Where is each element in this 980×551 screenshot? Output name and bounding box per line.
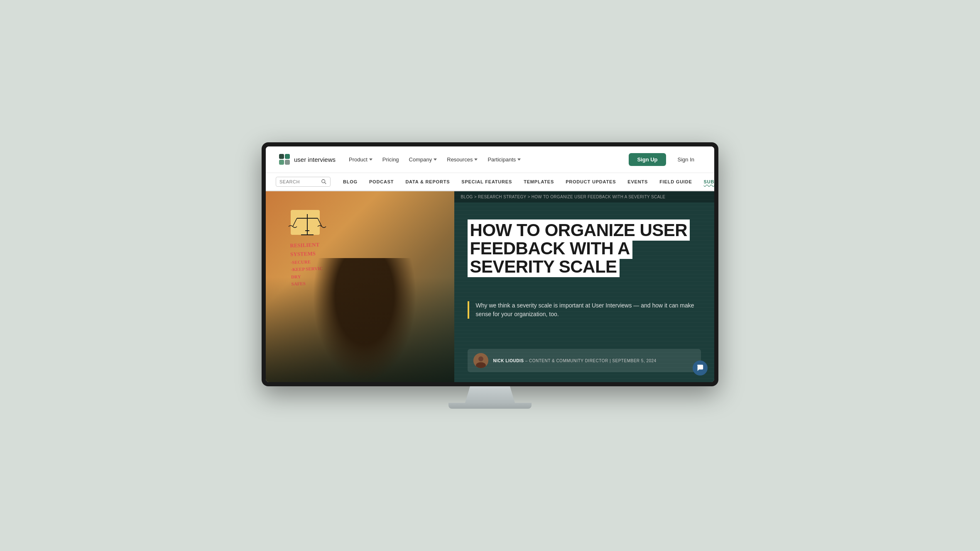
chevron-down-icon (474, 158, 478, 161)
svg-point-4 (322, 180, 325, 183)
author-name: NICK LIOUDIS (493, 358, 524, 363)
svg-rect-0 (279, 154, 284, 159)
svg-rect-1 (285, 154, 290, 159)
sec-nav-product-updates[interactable]: PRODUCT UPDATES (560, 173, 622, 191)
svg-point-15 (478, 356, 483, 361)
logo-icon (279, 154, 291, 166)
nav-right: Sign Up Sign In (629, 153, 701, 166)
author-separator: – (525, 358, 529, 363)
breadcrumb: BLOG > RESEARCH STRATEGY > HOW TO ORGANI… (454, 191, 714, 202)
chat-widget[interactable] (693, 361, 708, 375)
breadcrumb-current: HOW TO ORGANIZE USER FEEDBACK WITH A SEV… (532, 195, 666, 199)
nav-links: Product Pricing Company Resources (349, 156, 521, 163)
author-info: NICK LIOUDIS – CONTENT & COMMUNITY DIREC… (468, 349, 701, 372)
breadcrumb-blog[interactable]: BLOG (461, 195, 473, 199)
search-input[interactable] (279, 179, 321, 184)
nav-left: user interviews Product Pricing Company (279, 154, 521, 166)
sec-nav-field-guide[interactable]: FIELD GUIDE (654, 173, 698, 191)
author-date: SEPTEMBER 5, 2024 (612, 358, 656, 363)
hero-image: RESILIENT SYSTEMS -SECURE -KEEP SERVIC D… (266, 191, 454, 382)
svg-line-5 (325, 183, 326, 184)
article-title: HOW TO ORGANIZE USER FEEDBACK WITH A SEV… (468, 221, 701, 276)
sign-up-button[interactable]: Sign Up (629, 153, 666, 166)
sec-nav-newsletter[interactable]: SUBSCRIBE TO THE NEWSLETTER (698, 173, 714, 191)
sec-nav-blog[interactable]: BLOG (337, 173, 363, 191)
chat-icon (696, 364, 704, 372)
logo[interactable]: user interviews (279, 154, 336, 166)
hero-title-area: HOW TO ORGANIZE USER FEEDBACK WITH A SEV… (468, 221, 701, 276)
avatar-image (473, 353, 488, 368)
svg-rect-3 (285, 160, 290, 165)
breadcrumb-strategy[interactable]: RESEARCH STRATEGY (478, 195, 526, 199)
author-avatar (473, 353, 488, 368)
sec-nav-special-features[interactable]: SPECIAL FEATURES (456, 173, 518, 191)
hero-image-area: RESILIENT SYSTEMS -SECURE -KEEP SERVIC D… (266, 191, 454, 382)
author-details: NICK LIOUDIS – CONTENT & COMMUNITY DIREC… (493, 358, 657, 363)
sec-nav-events[interactable]: EVENTS (622, 173, 654, 191)
author-role: CONTENT & COMMUNITY DIRECTOR (529, 358, 608, 363)
top-navigation: user interviews Product Pricing Company (266, 146, 714, 173)
nav-product[interactable]: Product (349, 156, 372, 163)
chevron-down-icon (434, 158, 437, 161)
svg-rect-2 (279, 160, 284, 165)
sec-nav-podcast[interactable]: PODCAST (363, 173, 399, 191)
logo-text: user interviews (294, 156, 336, 163)
nav-participants[interactable]: Participants (488, 156, 521, 163)
search-icon (321, 179, 327, 185)
sec-nav-templates[interactable]: TEMPLATES (518, 173, 560, 191)
nav-pricing[interactable]: Pricing (382, 156, 399, 163)
nav-company[interactable]: Company (409, 156, 437, 163)
hero-content: BLOG > RESEARCH STRATEGY > HOW TO ORGANI… (454, 191, 714, 382)
hero-section: RESILIENT SYSTEMS -SECURE -KEEP SERVIC D… (266, 191, 714, 382)
sec-nav-data-reports[interactable]: DATA & REPORTS (399, 173, 456, 191)
search-container[interactable] (276, 177, 331, 187)
monitor-inner: user interviews Product Pricing Company (266, 146, 714, 382)
monitor-stand (465, 386, 515, 403)
article-subtitle: Why we think a severity scale is importa… (468, 301, 701, 319)
monitor-base (448, 403, 532, 409)
secondary-navigation: BLOG PODCAST DATA & REPORTS SPECIAL FEAT… (266, 173, 714, 191)
title-line-3: SEVERITY SCALE (468, 256, 620, 277)
sec-nav-links: BLOG PODCAST DATA & REPORTS SPECIAL FEAT… (337, 173, 714, 191)
chevron-down-icon (517, 158, 521, 161)
nav-resources[interactable]: Resources (447, 156, 478, 163)
monitor-wrapper: user interviews Product Pricing Company (262, 142, 718, 409)
monitor-screen: user interviews Product Pricing Company (262, 142, 718, 386)
chevron-down-icon (369, 158, 372, 161)
sign-in-button[interactable]: Sign In (671, 153, 701, 166)
